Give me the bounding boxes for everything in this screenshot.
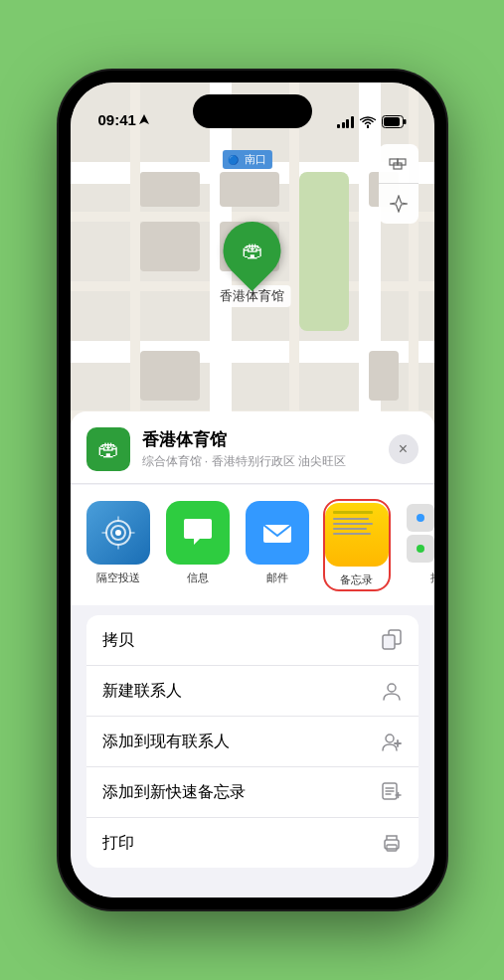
svg-point-12 [388,684,396,692]
notes-label: 备忘录 [340,572,373,587]
notes-icon [325,503,389,567]
action-copy[interactable]: 拷贝 [86,615,419,666]
new-contact-label: 新建联系人 [102,681,182,702]
svg-point-8 [115,530,121,536]
share-mail[interactable]: 邮件 [246,501,309,589]
more-apps-icon [405,501,434,565]
mail-icon [246,501,309,565]
venue-info: 香港体育馆 综合体育馆 · 香港特别行政区 油尖旺区 [142,428,389,470]
share-messages[interactable]: 信息 [166,501,230,589]
messages-label: 信息 [187,571,209,585]
svg-rect-1 [404,119,407,124]
location-icon [390,195,408,213]
pin-circle: 🏟 [211,210,292,291]
phone-screen: 09:41 [71,82,434,898]
action-print[interactable]: 打印 [86,818,419,868]
close-button[interactable]: × [389,434,419,464]
new-contact-icon [381,680,403,702]
map-type-button[interactable] [379,144,419,184]
sheet-header: 🏟 香港体育馆 综合体育馆 · 香港特别行政区 油尖旺区 × [71,411,434,484]
airdrop-symbol [100,515,136,551]
airdrop-icon [86,501,150,565]
status-icons [337,115,407,128]
action-quick-note[interactable]: 添加到新快速备忘录 [86,767,419,818]
action-new-contact[interactable]: 新建联系人 [86,666,419,717]
add-contact-icon [381,731,403,752]
map-north-label: 🔵 南口 [222,150,271,169]
venue-desc: 综合体育馆 · 香港特别行政区 油尖旺区 [142,453,389,470]
mail-symbol [259,515,295,551]
venue-name: 香港体育馆 [142,428,389,451]
svg-point-13 [386,735,394,742]
copy-label: 拷贝 [102,630,134,651]
time-display: 09:41 [98,111,136,128]
quick-note-icon [381,781,403,803]
venue-icon: 🏟 [86,427,130,471]
wifi-icon [360,116,376,128]
svg-rect-11 [383,635,395,649]
print-label: 打印 [102,833,134,854]
print-icon [381,832,403,854]
share-more[interactable]: 推 [405,501,434,589]
signal-icon [337,116,354,128]
location-pin: 🏟 香港体育馆 [214,222,290,307]
location-button[interactable] [379,184,419,224]
action-add-contact[interactable]: 添加到现有联系人 [86,717,419,767]
add-contact-label: 添加到现有联系人 [102,732,230,752]
svg-rect-16 [387,845,397,851]
pin-inner: 🏟 [242,238,263,263]
share-airdrop[interactable]: 隔空投送 [86,501,150,589]
dynamic-island [193,94,312,128]
location-arrow-icon [139,114,149,126]
status-time: 09:41 [98,111,149,128]
map-controls [379,144,419,224]
map-type-icon [389,154,409,174]
mail-label: 邮件 [266,571,288,585]
copy-icon [381,629,403,651]
share-notes[interactable]: 备忘录 [325,501,389,589]
svg-rect-2 [384,117,400,126]
messages-symbol [180,515,216,551]
airdrop-label: 隔空投送 [96,571,140,585]
messages-icon [166,501,230,565]
action-list: 拷贝 新建联系人 添加到现有联系人 [86,615,419,868]
more-label: 推 [430,571,434,585]
share-row: 隔空投送 信息 [71,485,434,605]
bottom-sheet: 🏟 香港体育馆 综合体育馆 · 香港特别行政区 油尖旺区 × [71,411,434,898]
battery-icon [382,115,407,128]
quick-note-label: 添加到新快速备忘录 [102,782,246,803]
phone-frame: 09:41 [59,71,446,909]
